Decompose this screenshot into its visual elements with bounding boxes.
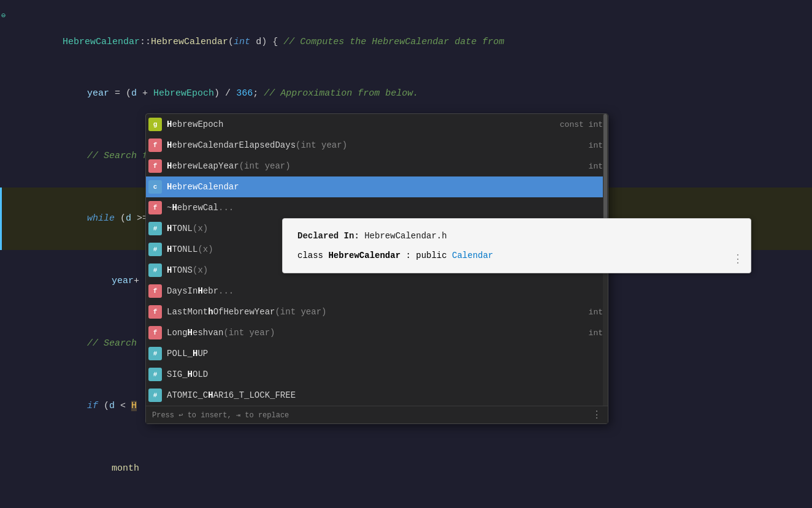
- ac-footer-dots[interactable]: ⋮: [592, 409, 602, 421]
- ac-label-0: HebrewEpoch: [167, 119, 553, 129]
- ac-item-12[interactable]: # SIG_HOLD: [146, 364, 608, 385]
- editor-area: ⊖ HebrewCalendar::HebrewCalendar(int d) …: [0, 0, 812, 508]
- ac-label-2: HebrewLeapYear(int year): [167, 161, 581, 171]
- declared-in-label: Declared In:: [297, 231, 364, 241]
- class-def: class HebrewCalendar : public Calendar: [297, 251, 736, 260]
- code-content-7: if (d < H: [37, 375, 137, 438]
- ac-label-1: HebrewCalendarElapsedDays(int year): [167, 140, 581, 150]
- class-keyword: class: [297, 251, 328, 260]
- class-name-token: HebrewCalendar: [328, 251, 400, 260]
- ac-badge-11: #: [148, 347, 162, 360]
- ac-badge-6: #: [148, 243, 162, 256]
- ac-badge-1: f: [148, 138, 162, 152]
- token-class-name: HebrewCalendar: [63, 37, 140, 47]
- ac-type-9: int: [589, 308, 603, 317]
- ac-scrollbar-thumb: [603, 114, 607, 230]
- class-colon: : public: [400, 251, 452, 260]
- ac-label-9: LastMonthOfHebrewYear(int year): [167, 307, 581, 317]
- ac-label-8: DaysInHebr...: [167, 286, 596, 296]
- ac-item-11[interactable]: # POLL_HUP: [146, 343, 608, 364]
- code-line-8: month: [0, 438, 812, 500]
- ac-type-0: const int: [560, 120, 603, 129]
- active-line-bar: [0, 188, 2, 250]
- ac-label-10: LongHeshvan(int year): [167, 328, 581, 338]
- ac-item-13[interactable]: # ATOMIC_CHAR16_T_LOCK_FREE: [146, 385, 608, 406]
- code-content-8: month: [61, 438, 139, 500]
- detail-more-button[interactable]: ⋮: [732, 252, 743, 265]
- ac-item-1[interactable]: f HebrewCalendarElapsedDays(int year) in…: [146, 135, 608, 156]
- ac-badge-10: f: [148, 326, 162, 339]
- ac-type-1: int: [589, 141, 603, 150]
- ac-footer: Press ↩ to insert, ⇥ to replace ⋮: [146, 406, 608, 423]
- ac-item-8[interactable]: f DaysInHebr...: [146, 281, 608, 301]
- ac-badge-12: #: [148, 368, 162, 381]
- ac-badge-2: f: [148, 159, 162, 173]
- ac-item-9[interactable]: f LastMonthOfHebrewYear(int year) int: [146, 301, 608, 322]
- ac-label-12: SIG_HOLD: [167, 370, 596, 379]
- ac-label-3: HebrewCalendar: [167, 182, 596, 192]
- ac-item-0[interactable]: g HebrewEpoch const int: [146, 114, 608, 135]
- class-link[interactable]: Calendar: [452, 251, 493, 260]
- ac-label-13: ATOMIC_CHAR16_T_LOCK_FREE: [167, 390, 596, 400]
- code-content-9: else: [37, 500, 109, 508]
- ac-type-2: int: [589, 162, 603, 171]
- ac-badge-13: #: [148, 389, 162, 402]
- detail-panel: Declared In: HebrewCalendar.h class Hebr…: [282, 218, 751, 273]
- ac-badge-8: f: [148, 284, 162, 298]
- ac-footer-hint: Press ↩ to insert, ⇥ to replace: [152, 411, 289, 420]
- declared-in: Declared In: HebrewCalendar.h: [297, 231, 736, 241]
- ac-type-10: int: [589, 328, 603, 338]
- ac-item-4[interactable]: f ~HebrewCal...: [146, 197, 608, 218]
- ac-badge-9: f: [148, 305, 162, 319]
- code-line-9: else: [0, 500, 812, 508]
- ac-item-10[interactable]: f LongHeshvan(int year) int: [146, 322, 608, 343]
- code-content-5: year+: [61, 250, 139, 313]
- ac-label-11: POLL_HUP: [167, 349, 596, 358]
- gutter-icon-1: ⊖: [1, 11, 6, 20]
- ac-badge-4: f: [148, 201, 162, 214]
- ac-badge-7: #: [148, 263, 162, 277]
- ac-badge-0: g: [148, 118, 162, 131]
- declared-in-file: HebrewCalendar.h: [364, 231, 446, 241]
- ac-label-4: ~HebrewCal...: [167, 203, 596, 213]
- ac-badge-3: c: [148, 180, 162, 194]
- ac-item-2[interactable]: f HebrewLeapYear(int year) int: [146, 156, 608, 176]
- ac-badge-5: #: [148, 222, 162, 235]
- ac-item-3[interactable]: c HebrewCalendar: [146, 176, 608, 197]
- code-content-6: // Search: [37, 313, 137, 375]
